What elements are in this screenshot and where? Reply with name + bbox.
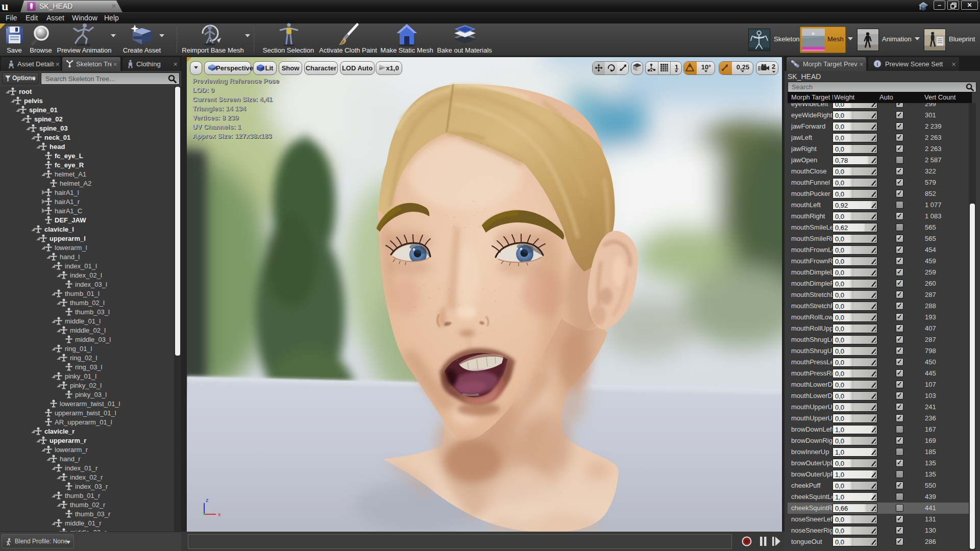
- svg-text:x: x: [218, 511, 221, 517]
- svg-text:i: i: [876, 61, 878, 67]
- svg-text:z: z: [206, 497, 209, 503]
